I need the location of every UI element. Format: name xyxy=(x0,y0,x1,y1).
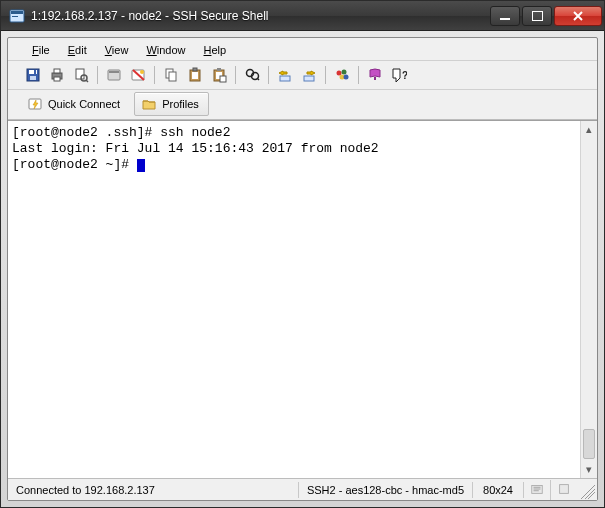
toolbar-separator xyxy=(97,66,98,84)
client-area: File Edit View Window Help xyxy=(7,37,598,501)
toolbar-separator xyxy=(268,66,269,84)
svg-text:?: ? xyxy=(402,70,407,81)
help-button[interactable] xyxy=(364,64,386,86)
save-button[interactable] xyxy=(22,64,44,86)
print-button[interactable] xyxy=(46,64,68,86)
quick-connect-label: Quick Connect xyxy=(48,98,120,110)
profiles-button[interactable]: Profiles xyxy=(134,92,209,116)
svg-rect-6 xyxy=(34,70,36,74)
profiles-label: Profiles xyxy=(162,98,199,110)
svg-rect-35 xyxy=(374,77,376,80)
scroll-down-icon[interactable]: ▾ xyxy=(581,461,597,478)
status-terminal-size: 80x24 xyxy=(473,482,524,498)
settings-button[interactable] xyxy=(331,64,353,86)
app-window: 1:192.168.2.137 - node2 - SSH Secure She… xyxy=(0,0,605,508)
find-button[interactable] xyxy=(241,64,263,86)
lightning-icon xyxy=(27,96,43,112)
paste-button[interactable] xyxy=(184,64,206,86)
svg-rect-2 xyxy=(12,16,18,17)
status-indicator-2 xyxy=(551,480,577,500)
scroll-up-icon[interactable]: ▴ xyxy=(581,121,597,138)
svg-rect-1 xyxy=(11,11,23,14)
minimize-button[interactable] xyxy=(490,6,520,26)
svg-line-28 xyxy=(257,78,259,80)
status-cipher: SSH2 - aes128-cbc - hmac-md5 xyxy=(299,482,473,498)
disconnect-button[interactable] xyxy=(127,64,149,86)
svg-rect-5 xyxy=(30,76,36,80)
vertical-scrollbar[interactable]: ▴ ▾ xyxy=(580,121,597,478)
toolbar-separator xyxy=(358,66,359,84)
status-connection: Connected to 192.168.2.137 xyxy=(8,482,299,498)
svg-rect-24 xyxy=(217,68,221,71)
menu-window[interactable]: Window xyxy=(138,42,193,58)
svg-rect-10 xyxy=(76,69,84,79)
resize-grip[interactable] xyxy=(577,481,595,499)
new-terminal-button[interactable] xyxy=(103,64,125,86)
svg-point-16 xyxy=(140,70,144,74)
window-title: 1:192.168.2.137 - node2 - SSH Secure She… xyxy=(31,9,490,23)
toolbar-separator xyxy=(325,66,326,84)
close-button[interactable] xyxy=(554,6,602,26)
svg-point-32 xyxy=(342,70,347,75)
toolbar: ? xyxy=(8,61,597,90)
toolbar-separator xyxy=(154,66,155,84)
svg-rect-14 xyxy=(109,71,119,73)
toolbar-separator xyxy=(235,66,236,84)
whats-this-button[interactable]: ? xyxy=(388,64,410,86)
menu-view[interactable]: View xyxy=(97,42,137,58)
cursor xyxy=(137,159,145,172)
folder-icon xyxy=(141,96,157,112)
svg-rect-29 xyxy=(280,76,290,81)
svg-rect-18 xyxy=(169,72,176,81)
svg-rect-8 xyxy=(54,69,60,73)
titlebar[interactable]: 1:192.168.2.137 - node2 - SSH Secure She… xyxy=(1,1,604,31)
menu-file[interactable]: File xyxy=(24,42,58,58)
svg-rect-30 xyxy=(304,76,314,81)
svg-line-12 xyxy=(86,80,88,82)
print-preview-button[interactable] xyxy=(70,64,92,86)
terminal[interactable]: [root@node2 .ssh]# ssh node2 Last login:… xyxy=(8,121,580,478)
copy-button[interactable] xyxy=(160,64,182,86)
transfer-queue-button[interactable] xyxy=(298,64,320,86)
menubar: File Edit View Window Help xyxy=(8,38,597,61)
svg-rect-9 xyxy=(54,77,60,81)
status-indicator-1 xyxy=(524,480,551,500)
scroll-track[interactable] xyxy=(581,138,597,461)
menu-edit[interactable]: Edit xyxy=(60,42,95,58)
statusbar: Connected to 192.168.2.137 SSH2 - aes128… xyxy=(8,478,597,500)
svg-rect-21 xyxy=(193,68,197,71)
clipboard-button[interactable] xyxy=(208,64,230,86)
terminal-area: [root@node2 .ssh]# ssh node2 Last login:… xyxy=(8,120,597,478)
file-transfer-button[interactable] xyxy=(274,64,296,86)
scroll-thumb[interactable] xyxy=(583,429,595,459)
svg-point-31 xyxy=(337,71,342,76)
svg-rect-25 xyxy=(220,76,226,82)
terminal-line: [root@node2 ~]# xyxy=(12,157,137,172)
svg-point-34 xyxy=(344,75,349,80)
maximize-button[interactable] xyxy=(522,6,552,26)
svg-rect-39 xyxy=(560,484,569,493)
app-icon xyxy=(9,8,25,24)
window-controls xyxy=(490,6,602,26)
terminal-line: Last login: Fri Jul 14 15:16:43 2017 fro… xyxy=(12,141,379,156)
menu-help[interactable]: Help xyxy=(196,42,235,58)
terminal-line: [root@node2 .ssh]# ssh node2 xyxy=(12,125,230,140)
connect-bar: Quick Connect Profiles xyxy=(8,90,597,120)
svg-rect-20 xyxy=(192,72,198,79)
quick-connect-button[interactable]: Quick Connect xyxy=(20,92,130,116)
